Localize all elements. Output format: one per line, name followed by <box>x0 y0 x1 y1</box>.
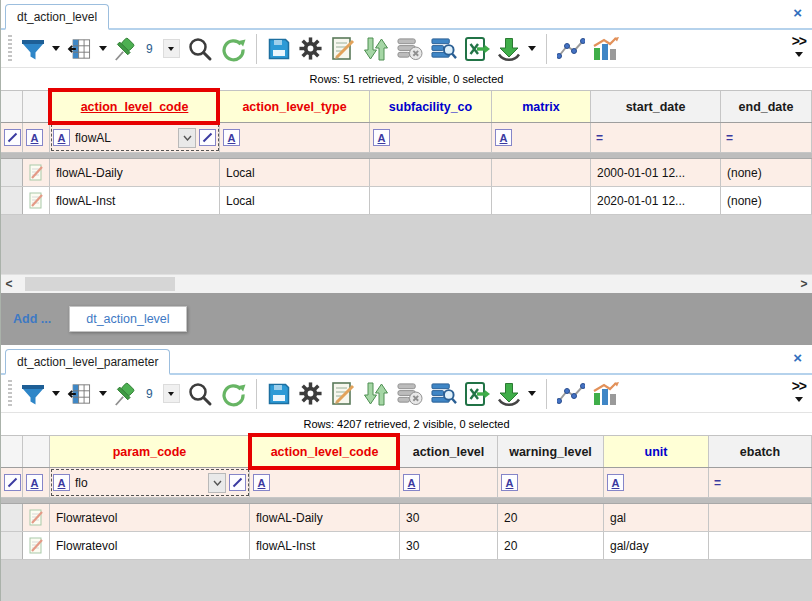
column-header-action-level[interactable]: action_level <box>400 436 498 467</box>
pushpin-icon[interactable] <box>114 37 136 61</box>
cell-subfacility-co[interactable] <box>370 187 492 214</box>
freeze-caret-icon[interactable] <box>99 46 107 51</box>
cell-end-date[interactable]: (none) <box>721 159 812 186</box>
table-row[interactable]: Flowratevol flowAL-Inst 30 20 gal/day <box>1 532 812 560</box>
freeze-columns-icon[interactable] <box>67 383 92 405</box>
scroll-right-icon[interactable]: > <box>796 275 812 294</box>
cell-warning-level[interactable]: 20 <box>498 532 604 559</box>
freeze-caret-icon[interactable] <box>99 391 107 396</box>
download-caret-icon[interactable] <box>528 391 536 396</box>
filter-unit[interactable]: A <box>604 468 709 497</box>
equals-filter-icon[interactable]: = <box>724 131 733 145</box>
edit-record-icon[interactable] <box>330 36 356 62</box>
search-icon[interactable] <box>187 381 213 407</box>
delete-rows-icon[interactable] <box>396 36 423 61</box>
scroll-left-icon[interactable]: < <box>1 275 17 294</box>
filter-value[interactable]: flo <box>73 476 88 490</box>
table-tab-dt-action-level[interactable]: dt_action_level <box>69 306 186 332</box>
column-header-start-date[interactable]: start_date <box>591 91 721 122</box>
line-chart-icon[interactable] <box>557 382 585 406</box>
text-filter-icon[interactable]: A <box>495 129 512 146</box>
filter-matrix[interactable]: A <box>492 123 591 152</box>
text-filter-icon[interactable]: A <box>53 474 70 491</box>
filter-end-date[interactable]: = <box>721 123 812 152</box>
column-header-action-level-type[interactable]: action_level_type <box>220 91 370 122</box>
cell-action-level-type[interactable]: Local <box>220 187 370 214</box>
cell-action-level-code[interactable]: flowAL-Daily <box>250 504 400 531</box>
text-filter-icon[interactable]: A <box>607 474 624 491</box>
cell-subfacility-co[interactable] <box>370 159 492 186</box>
cell-action-level-code[interactable]: flowAL-Daily <box>50 159 220 186</box>
cell-unit[interactable]: gal/day <box>604 532 709 559</box>
filter-action-level-code[interactable]: AflowAL <box>50 123 220 152</box>
filter-start-date[interactable]: = <box>591 123 721 152</box>
column-header-param-code[interactable]: param_code <box>50 436 250 467</box>
filter-subfacility-co[interactable]: A <box>370 123 492 152</box>
filter-dropdown-icon[interactable] <box>208 473 226 493</box>
download-caret-icon[interactable] <box>528 46 536 51</box>
tab-dt-action-level[interactable]: dt_action_level <box>5 4 109 30</box>
close-icon[interactable]: × <box>793 350 802 365</box>
filter-value[interactable]: flowAL <box>73 131 111 145</box>
cell-action-level[interactable]: 30 <box>400 504 498 531</box>
refresh-icon[interactable] <box>220 36 246 62</box>
tab-dt-action-level-parameter[interactable]: dt_action_level_parameter <box>5 349 170 375</box>
cell-matrix[interactable] <box>492 187 591 214</box>
text-filter-icon[interactable]: A <box>373 129 390 146</box>
clear-filter-icon[interactable] <box>199 129 216 146</box>
column-header-action-level-code[interactable]: action_level_code <box>250 436 400 467</box>
column-header-subfacility-co[interactable]: subfacility_co <box>370 91 492 122</box>
cell-param-code[interactable]: Flowratevol <box>50 504 250 531</box>
cell-param-code[interactable]: Flowratevol <box>50 532 250 559</box>
toolbar-overflow-button[interactable]: >> <box>792 33 806 57</box>
toolbar-grip[interactable] <box>8 35 12 63</box>
filter-dropdown-icon[interactable] <box>178 128 196 148</box>
cell-start-date[interactable]: 2000-01-01 12... <box>591 159 721 186</box>
cell-action-level-code[interactable]: flowAL-Inst <box>50 187 220 214</box>
table-row[interactable]: flowAL-Daily Local 2000-01-01 12... (non… <box>1 159 812 187</box>
cell-start-date[interactable]: 2020-01-01 12... <box>591 187 721 214</box>
search-icon[interactable] <box>187 36 213 62</box>
column-header-unit[interactable]: unit <box>604 436 709 467</box>
excel-export-icon[interactable] <box>464 381 490 407</box>
row-selector[interactable] <box>1 159 23 186</box>
text-filter-icon[interactable]: A <box>403 474 420 491</box>
cell-action-level-type[interactable]: Local <box>220 159 370 186</box>
bar-chart-icon[interactable] <box>592 36 620 62</box>
table-row[interactable]: flowAL-Inst Local 2020-01-01 12... (none… <box>1 187 812 215</box>
text-filter-icon[interactable]: A <box>501 474 518 491</box>
filter-ebatch[interactable]: = <box>709 468 812 497</box>
download-icon[interactable] <box>497 37 521 61</box>
cell-matrix[interactable] <box>492 159 591 186</box>
edit-row-icon[interactable] <box>23 187 50 214</box>
text-filter-icon[interactable]: A <box>253 474 270 491</box>
column-header-end-date[interactable]: end_date <box>721 91 812 122</box>
cell-action-level-code[interactable]: flowAL-Inst <box>250 532 400 559</box>
filter-caret-icon[interactable] <box>52 46 60 51</box>
row-selector[interactable] <box>1 504 23 531</box>
column-header-warning-level[interactable]: warning_level <box>498 436 604 467</box>
save-icon[interactable] <box>267 37 291 61</box>
toolbar-grip[interactable] <box>8 380 12 408</box>
scrollbar-track[interactable] <box>17 275 796 293</box>
cell-end-date[interactable]: (none) <box>721 187 812 214</box>
filter-funnel-icon[interactable] <box>21 38 45 60</box>
edit-row-icon[interactable] <box>23 159 50 186</box>
equals-filter-icon[interactable]: = <box>594 131 603 145</box>
text-filter-icon[interactable]: A <box>26 129 43 146</box>
sort-rows-icon[interactable] <box>363 36 389 62</box>
line-chart-icon[interactable] <box>557 37 585 61</box>
save-icon[interactable] <box>267 382 291 406</box>
cell-action-level[interactable]: 30 <box>400 532 498 559</box>
pin-count-dropdown[interactable] <box>163 39 180 58</box>
filter-param-code[interactable]: Aflo <box>50 468 250 497</box>
filter-action-level-code[interactable]: A <box>250 468 400 497</box>
pushpin-icon[interactable] <box>114 382 136 406</box>
text-filter-icon[interactable]: A <box>26 474 43 491</box>
sort-rows-icon[interactable] <box>363 381 389 407</box>
edit-row-icon[interactable] <box>23 504 50 531</box>
excel-export-icon[interactable] <box>464 36 490 62</box>
equals-filter-icon[interactable]: = <box>712 476 721 490</box>
edit-row-icon[interactable] <box>23 532 50 559</box>
filter-warning-level[interactable]: A <box>498 468 604 497</box>
